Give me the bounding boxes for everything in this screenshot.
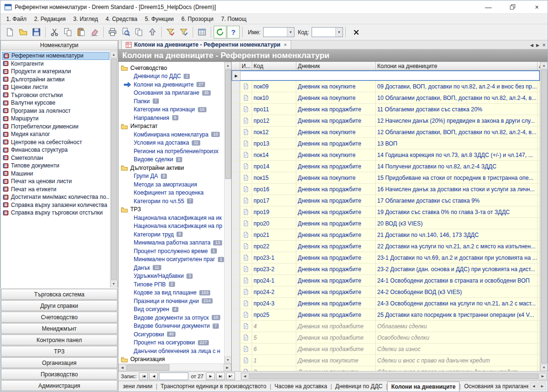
- tree-item[interactable]: Коефициент за преоценка: [121, 189, 224, 197]
- sidebar-item[interactable]: Дълготрайни активи: [2, 76, 109, 84]
- menu-item[interactable]: 3. Изглед: [69, 15, 102, 23]
- table-row[interactable]: про12Дневник на продажбите12 Начислен да…: [232, 115, 540, 127]
- bottom-tab[interactable]: Часове на доставка: [271, 382, 331, 392]
- help-button[interactable]: ?: [227, 26, 240, 39]
- row-selector[interactable]: [232, 127, 240, 137]
- row-selector[interactable]: [232, 161, 240, 172]
- sidebar-item[interactable]: Потребителски дименсии: [2, 123, 109, 131]
- new-record-code-cell[interactable]: [253, 71, 297, 80]
- scrollbar-thumb[interactable]: [249, 373, 538, 379]
- row-selector[interactable]: [232, 252, 240, 263]
- scroll-up-icon[interactable]: ▲: [540, 62, 548, 69]
- menu-item[interactable]: 1. Файл: [2, 15, 30, 23]
- table-row[interactable]: про14Дневник на продажбите14 Получени до…: [232, 161, 540, 172]
- tree-item[interactable]: Направления8: [121, 114, 224, 122]
- row-selector[interactable]: [232, 81, 240, 92]
- table-row[interactable]: про13Дневник на продажбите13 ВОП: [232, 138, 540, 149]
- category-button[interactable]: Счетоводство: [1, 312, 117, 323]
- sidebar-item[interactable]: Медия каталог: [2, 130, 109, 138]
- sidebar-item[interactable]: Продукти и материали: [2, 68, 109, 76]
- table-row[interactable]: про22Дневник на продажбите22 Доставки на…: [232, 241, 540, 252]
- tree-item[interactable]: Минимална работна заплата13: [121, 239, 224, 247]
- table-row[interactable]: 6Дневник на продажбитеСделки за износ: [232, 343, 540, 355]
- table-row[interactable]: 1Дневник на покупкитеСделки и внос с пра…: [232, 355, 540, 366]
- table-row[interactable]: 5Дневник на продажбитеОсвободени сделки: [232, 332, 540, 343]
- sidebar-item[interactable]: Сметкоплан: [2, 154, 109, 162]
- row-selector[interactable]: [232, 321, 240, 332]
- row-selector[interactable]: [232, 172, 240, 183]
- grid-column-header[interactable]: Колони на дневниците: [376, 62, 538, 70]
- bottom-tab[interactable]: Транспортни единици в производството: [157, 382, 270, 392]
- table-row[interactable]: про23-2Дневник на продажбите23-2 Доставк…: [232, 264, 540, 275]
- tree-item[interactable]: Видове документи за отпуск10: [121, 314, 224, 322]
- bottom-tab[interactable]: зени линии: [119, 382, 156, 392]
- scroll-up-icon[interactable]: ▲: [110, 51, 117, 58]
- row-selector[interactable]: [232, 366, 240, 371]
- row-selector[interactable]: [232, 332, 240, 343]
- table-row[interactable]: про23-1Дневник на продажбите23-1 Доставк…: [232, 252, 540, 264]
- sidebar-item[interactable]: Центрове на себестойност: [2, 138, 109, 147]
- new-record-columns-cell[interactable]: [376, 71, 538, 80]
- scroll-up-icon[interactable]: ▲: [225, 62, 232, 69]
- print-preview-button[interactable]: [119, 26, 132, 39]
- tree-item[interactable]: Типове РПВ2: [121, 280, 224, 289]
- print-button[interactable]: [106, 26, 119, 39]
- sidebar-item[interactable]: Програми за лоялност: [2, 107, 109, 115]
- send-up-button[interactable]: [146, 26, 159, 39]
- table-row[interactable]: про24-1Дневник на продажбите24-1 Освобод…: [232, 275, 540, 286]
- scrollbar-thumb[interactable]: [541, 69, 548, 363]
- row-selector[interactable]: [232, 264, 240, 274]
- row-selector[interactable]: [232, 309, 240, 320]
- scroll-left-icon[interactable]: ◀: [241, 373, 249, 380]
- row-selector[interactable]: [232, 195, 240, 206]
- paste-button[interactable]: [75, 26, 88, 39]
- name-combobox[interactable]: ▼: [263, 27, 294, 37]
- category-button[interactable]: Администрация: [1, 380, 117, 391]
- category-button[interactable]: Производство: [1, 369, 117, 380]
- table-row[interactable]: пок15Дневник на покупките15 Придобиване …: [232, 172, 540, 184]
- table-row[interactable]: 4Дневник на продажбитеОблагаеми сделки: [232, 321, 540, 332]
- grid-vertical-scrollbar[interactable]: ▲ ▼: [540, 62, 548, 371]
- sidebar-item[interactable]: Контрагенти: [2, 60, 109, 68]
- tab-scroll-right-button[interactable]: ▶: [536, 43, 539, 48]
- sidebar-item[interactable]: Валутни курсове: [2, 99, 109, 107]
- sidebar-item[interactable]: Финансова структура: [2, 146, 109, 154]
- sidebar-item[interactable]: Достигнати мин/макс количества по...: [2, 193, 109, 201]
- previous-record-button[interactable]: ◀: [149, 372, 158, 380]
- category-button[interactable]: Мениджмънт: [1, 323, 117, 334]
- tree-item[interactable]: Национална класификация на ик: [121, 214, 224, 222]
- row-selector[interactable]: [232, 184, 240, 195]
- tree-item[interactable]: Данък11: [121, 264, 224, 272]
- table-row[interactable]: пок09Дневник на покупките09 Доставки, ВО…: [232, 81, 540, 92]
- tree-item[interactable]: Групи ДА8: [121, 172, 224, 181]
- tree-horizontal-scrollbar[interactable]: ◀ ▶: [118, 363, 231, 371]
- tree-item[interactable]: Видове болнични документи7: [121, 322, 224, 331]
- table-row[interactable]: про16Дневник на продажбите16 Начислен да…: [232, 184, 540, 195]
- tree-item[interactable]: Основания за прилагане35: [121, 89, 224, 98]
- tree-item[interactable]: Празници и почивни дни214: [121, 297, 224, 305]
- tree-item[interactable]: Колони на дневниците27: [121, 80, 224, 89]
- tab-scroll-left-button[interactable]: ◀: [530, 43, 533, 48]
- sidebar-item[interactable]: Печат на ценови листи: [2, 177, 109, 186]
- sidebar-item[interactable]: Маршрути: [2, 115, 109, 123]
- scroll-right-icon[interactable]: ▶: [224, 364, 231, 371]
- row-selector[interactable]: [232, 138, 240, 149]
- category-button[interactable]: ТРЗ: [1, 346, 117, 357]
- tree-folder[interactable]: Дълготрайни активи: [121, 164, 224, 172]
- tree-item[interactable]: Процент прослужено време1: [121, 247, 224, 255]
- grid-horizontal-scrollbar[interactable]: ◀ ▶: [241, 372, 547, 380]
- table-row[interactable]: про20Дневник на продажбите20 ВОД (к3 VIE…: [232, 218, 540, 229]
- scroll-left-icon[interactable]: ◀: [118, 364, 126, 371]
- scrollbar-thumb[interactable]: [225, 69, 231, 179]
- document-tab[interactable]: Колони на дневниците - Референтни номенк…: [121, 40, 291, 49]
- scrollbar-thumb[interactable]: [127, 364, 169, 371]
- row-selector[interactable]: [232, 298, 240, 309]
- tree-item[interactable]: Видове сделки5: [121, 156, 224, 164]
- next-record-button[interactable]: ▶: [206, 372, 215, 380]
- sidebar-item[interactable]: Търговски отстъпки: [2, 91, 109, 99]
- row-selector[interactable]: [232, 206, 240, 217]
- grid-column-header[interactable]: Код: [252, 62, 296, 70]
- tree-item[interactable]: Региони на потребление/произх: [121, 147, 224, 156]
- tree-item[interactable]: Кодове за вид плащане153: [121, 289, 224, 297]
- tree-folder[interactable]: Организация: [121, 355, 224, 364]
